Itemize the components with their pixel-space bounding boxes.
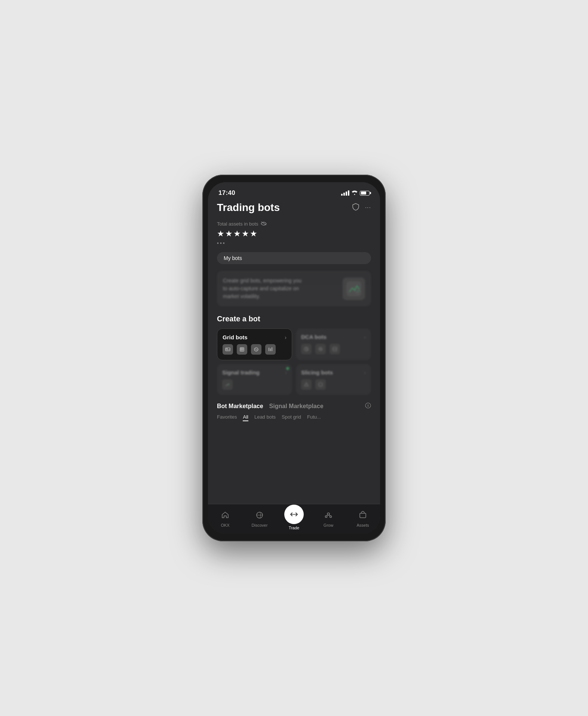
promo-text: Create grid bots, empowering you to auto… (223, 277, 305, 300)
assets-icon (359, 511, 367, 521)
bot-icon-3 (251, 344, 261, 355)
nav-trade[interactable]: Trade (277, 508, 311, 530)
signal-trading-label: Signal trading (222, 369, 260, 376)
bot-marketplace-tab[interactable]: Bot Marketplace (217, 403, 263, 410)
svg-point-13 (319, 348, 322, 351)
home-icon (221, 511, 229, 521)
bot-icon-1 (223, 344, 233, 355)
status-icons (341, 190, 370, 196)
nav-discover-label: Discover (252, 523, 268, 527)
filter-futures[interactable]: Futu... (307, 414, 321, 421)
svg-point-1 (356, 289, 359, 293)
dca-bots-label: DCA bots (301, 334, 327, 340)
svg-line-28 (328, 515, 331, 516)
svg-point-24 (327, 513, 330, 515)
assets-label: Total assets in bots (217, 221, 371, 227)
discover-icon (255, 511, 264, 521)
grid-bots-icons (223, 344, 287, 355)
slicing-bots-label: Slicing bots (301, 369, 333, 376)
dca-icon-1 (301, 344, 312, 354)
bot-cards-grid: Grid bots › (217, 328, 371, 395)
marketplace-info-icon[interactable] (365, 403, 371, 410)
filter-lead-bots[interactable]: Lead bots (254, 414, 276, 421)
svg-point-21 (368, 404, 368, 405)
svg-point-18 (319, 383, 322, 386)
nav-okx[interactable]: OKX (208, 511, 242, 527)
nav-discover[interactable]: Discover (242, 511, 277, 527)
promo-icon (343, 278, 365, 300)
filter-favorites[interactable]: Favorites (217, 414, 237, 421)
nav-assets[interactable]: Assets (346, 511, 380, 527)
svg-point-14 (320, 348, 321, 350)
slicing-bots-icons (301, 379, 366, 390)
wifi-icon (352, 190, 358, 196)
assets-section: Total assets in bots ★★★★★ ••• (217, 221, 371, 246)
signal-marketplace-tab[interactable]: Signal Marketplace (269, 403, 324, 410)
phone-inner: 17:40 (208, 182, 380, 534)
svg-point-25 (325, 515, 327, 517)
dca-icon-3 (330, 344, 340, 354)
main-content: Trading bots ··· Total assets in bots (208, 199, 380, 534)
svg-point-17 (229, 384, 230, 385)
grow-icon (324, 511, 333, 521)
bot-card-signal[interactable]: Signal trading › (217, 364, 292, 395)
more-icon[interactable]: ··· (365, 204, 371, 211)
signal-icon (222, 379, 233, 390)
filter-tabs: Favorites All Lead bots Spot grid Futu..… (217, 414, 371, 421)
header-icons: ··· (352, 203, 371, 213)
signal-trading-icons (222, 379, 287, 390)
bot-card-dca[interactable]: DCA bots › (296, 328, 371, 360)
trade-fab[interactable] (284, 505, 304, 524)
marketplace-tabs-header: Bot Marketplace Signal Marketplace (217, 403, 371, 410)
assets-sub: ••• (217, 240, 371, 246)
hide-icon[interactable] (261, 221, 267, 227)
filter-spot-grid[interactable]: Spot grid (282, 414, 301, 421)
svg-line-27 (326, 515, 328, 516)
screen: 17:40 (208, 182, 380, 534)
phone-frame: 17:40 (202, 175, 386, 541)
status-bar: 17:40 (208, 182, 380, 199)
grid-bots-label: Grid bots (223, 334, 248, 340)
promo-card: Create grid bots, empowering you to auto… (217, 271, 371, 306)
battery-icon (360, 191, 370, 196)
status-time: 17:40 (218, 189, 235, 197)
dca-bots-arrow: › (364, 334, 366, 340)
grid-bots-arrow: › (285, 334, 287, 340)
bot-icon-2 (237, 344, 247, 355)
bottom-nav: OKX Discover (208, 504, 380, 534)
svg-rect-4 (240, 348, 244, 351)
page-title: Trading bots (217, 202, 280, 214)
nav-assets-label: Assets (356, 523, 369, 527)
dca-bots-icons (301, 344, 366, 354)
svg-rect-29 (360, 513, 366, 518)
section-title: Create a bot (217, 315, 371, 323)
signal-trading-arrow: › (285, 370, 287, 376)
nav-trade-label: Trade (289, 526, 299, 530)
shield-icon[interactable] (352, 203, 360, 213)
slicing-bots-arrow: › (364, 370, 366, 376)
create-bot-section: Create a bot Grid bots › (217, 315, 371, 403)
svg-point-26 (330, 515, 332, 517)
nav-grow-label: Grow (324, 523, 333, 527)
bot-card-grid[interactable]: Grid bots › (217, 328, 292, 360)
nav-okx-label: OKX (221, 523, 229, 527)
slicing-icon-2 (315, 379, 326, 390)
assets-value: ★★★★★ (217, 229, 371, 239)
my-bots-button[interactable]: My bots (217, 252, 371, 264)
bot-icon-4 (265, 344, 276, 355)
filter-all[interactable]: All (243, 414, 248, 421)
page-header: Trading bots ··· (217, 202, 371, 214)
dca-icon-2 (315, 344, 326, 354)
slicing-icon-1 (301, 379, 312, 390)
green-dot-indicator (286, 367, 289, 370)
signal-icon (341, 190, 349, 196)
nav-grow[interactable]: Grow (311, 511, 346, 527)
bot-card-slicing[interactable]: Slicing bots › (296, 364, 371, 395)
